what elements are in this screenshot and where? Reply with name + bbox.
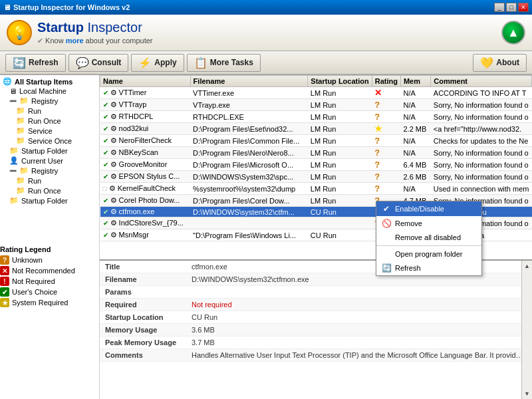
details-row-comments: Comments Handles Alternative User Input … xyxy=(100,349,532,362)
cell-location: CU Run xyxy=(308,207,372,217)
cell-rating: ? xyxy=(372,111,400,123)
cell-comment: Sorry, No information found o xyxy=(431,159,532,171)
cell-filename: D:\WINDOWS\system32\ctfm... xyxy=(190,207,308,217)
cell-location: LM Run xyxy=(308,159,372,171)
memory-label: Memory Usage xyxy=(100,324,186,336)
col-name[interactable]: Name xyxy=(100,76,191,87)
details-panel: Title ctfmon.exe Filename D:\WINDOWS\sys… xyxy=(100,259,532,399)
refresh-button[interactable]: 🔄 Refresh xyxy=(5,54,66,72)
cell-mem: N/A xyxy=(400,147,430,159)
cell-mem: N/A xyxy=(400,111,430,123)
consult-button[interactable]: 💬 Consult xyxy=(68,54,129,72)
sidebar-item-startup-folder2[interactable]: 📁 Startup Folder xyxy=(0,196,99,205)
params-label: Params xyxy=(100,286,186,299)
title-bar-controls: _ □ ✕ xyxy=(494,3,529,12)
details-row-peak: Peak Memory Usage 3.7 MB xyxy=(100,336,532,349)
about-button[interactable]: 💛 About xyxy=(473,54,527,72)
legend-unknown-icon: ? xyxy=(0,255,9,265)
sidebar-item-current-user[interactable]: 👤 Current User xyxy=(0,156,99,166)
cell-filename: D:\Program Files\Eset\nod32... xyxy=(190,123,308,135)
cell-filename: D:\Program Files\Common File... xyxy=(190,135,308,147)
ctx-open-folder[interactable]: Open program folder xyxy=(376,247,481,261)
cell-location: LM Run xyxy=(308,123,372,135)
app-header: 💡 Startup Inspector ✔ Know more about yo… xyxy=(0,15,532,51)
col-comment[interactable]: Comment xyxy=(431,76,532,87)
ctx-remove-all-disabled[interactable]: Remove all disabled xyxy=(376,231,481,244)
table-row[interactable]: □ ⚙ KernelFaultCheck %systemroot%\system… xyxy=(100,183,532,195)
navigation-icon[interactable]: ▲ xyxy=(501,21,525,45)
cell-comment: Sorry, No information found o xyxy=(431,111,532,123)
refresh-icon: 🔄 xyxy=(13,57,26,69)
ctx-enable-disable[interactable]: ✔ Enable/Disable xyxy=(376,201,481,216)
cell-name: ✔ ⚙ VTTrayp xyxy=(100,99,191,111)
table-row[interactable]: ✔ ⚙ VTTimer VTTimer.exe LM Run ✕ N/A ACC… xyxy=(100,87,532,99)
apply-icon: ⚡ xyxy=(138,57,152,69)
col-rating[interactable]: Rating xyxy=(372,76,400,87)
col-mem[interactable]: Mem xyxy=(400,76,430,87)
user-icon: 👤 xyxy=(9,156,19,165)
sidebar-item-registry2[interactable]: ➖ 📁 Registry xyxy=(0,166,99,176)
filename-label: Filename xyxy=(100,273,186,286)
sidebar-item-runonce[interactable]: 📁 Run Once xyxy=(0,116,99,126)
details-scrollbar[interactable]: ▲ ▼ xyxy=(521,261,532,399)
run-folder-icon: 📁 xyxy=(16,106,25,115)
sidebar-item-startup-folder[interactable]: 📁 Startup Folder xyxy=(0,146,99,156)
details-row-memory: Memory Usage 3.6 MB xyxy=(100,324,532,336)
minimize-button[interactable]: _ xyxy=(494,3,505,12)
cell-mem: 2.2 MB xyxy=(400,123,430,135)
sidebar-item-service-once[interactable]: 📁 Service Once xyxy=(0,136,99,146)
cell-name: ✔ ⚙ VTTimer xyxy=(100,87,191,99)
cell-name: ✔ ⚙ GrooveMonitor xyxy=(100,159,191,171)
table-row[interactable]: ✔ ⚙ RTHDCPL RTHDCPL.EXE LM Run ? N/A Sor… xyxy=(100,111,532,123)
col-filename[interactable]: Filename xyxy=(190,76,308,87)
required-label: Required xyxy=(100,299,186,311)
sidebar-item-service[interactable]: 📁 Service xyxy=(0,126,99,136)
sidebar-item-runonce2[interactable]: 📁 Run Once xyxy=(0,186,99,196)
sidebar: 🌐 All Startup Items 🖥 Local Machine ➖ 📁 … xyxy=(0,75,100,399)
details-scroll[interactable]: Title ctfmon.exe Filename D:\WINDOWS\sys… xyxy=(100,261,532,399)
memory-value: 3.6 MB xyxy=(186,324,532,336)
apply-button[interactable]: ⚡ Apply xyxy=(131,54,184,72)
cell-mem: N/A xyxy=(400,99,430,111)
cell-name: ✔ ⚙ nod32kui xyxy=(100,123,191,135)
ctx-remove[interactable]: 🚫 Remove xyxy=(376,216,481,231)
cell-filename: D:\Program Files\Microsoft O... xyxy=(190,159,308,171)
peak-value: 3.7 MB xyxy=(186,336,532,349)
col-startup-location[interactable]: Startup Location xyxy=(308,76,372,87)
cell-filename xyxy=(190,217,308,229)
scrollbar-up-arrow[interactable]: ▲ xyxy=(524,261,530,271)
cell-location: LM Run xyxy=(308,87,372,99)
table-row[interactable]: ✔ ⚙ NeroFilterCheck D:\Program Files\Com… xyxy=(100,135,532,147)
close-button[interactable]: ✕ xyxy=(518,3,529,12)
title-bar: 🖥 Startup Inspector for Windows v2 _ □ ✕ xyxy=(0,0,532,15)
table-row[interactable]: ✔ ⚙ NBKeyScan D:\Program Files\Nero\Nero… xyxy=(100,147,532,159)
sidebar-item-registry[interactable]: ➖ 📁 Registry xyxy=(0,96,99,106)
cell-name: ✔ ⚙ NeroFilterCheck xyxy=(100,135,191,147)
sidebar-item-run2[interactable]: 📁 Run xyxy=(0,176,99,186)
more-tasks-button[interactable]: 📋 More Tasks xyxy=(187,54,261,72)
globe-icon: 🌐 xyxy=(3,77,12,86)
more-tasks-icon: 📋 xyxy=(194,57,207,69)
cell-rating: ★ xyxy=(372,123,400,135)
table-row[interactable]: ✔ ⚙ VTTrayp VTrayp.exe LM Run ? N/A Sorr… xyxy=(100,99,532,111)
logo-icon: 💡 xyxy=(7,20,32,45)
cell-filename: VTrayp.exe xyxy=(190,99,308,111)
ctx-refresh[interactable]: 🔄 Refresh xyxy=(376,261,481,275)
scrollbar-down-arrow[interactable]: ▼ xyxy=(524,388,530,399)
toolbar: 🔄 Refresh 💬 Consult ⚡ Apply 📋 More Tasks… xyxy=(0,51,532,75)
pc-icon: 🖥 xyxy=(9,87,17,95)
cell-comment: Sorry, No information found o xyxy=(431,147,532,159)
cell-comment: Checks for updates to the Ne xyxy=(431,135,532,147)
sidebar-item-all[interactable]: 🌐 All Startup Items xyxy=(0,76,99,86)
sidebar-item-local[interactable]: 🖥 Local Machine xyxy=(0,86,99,96)
params-value xyxy=(186,286,532,299)
cell-mem: N/A xyxy=(400,135,430,147)
legend-not-required-icon: ! xyxy=(0,277,9,286)
table-row[interactable]: ✔ ⚙ EPSON Stylus C... D:\WINDOWS\System3… xyxy=(100,171,532,183)
table-row[interactable]: ✔ ⚙ GrooveMonitor D:\Program Files\Micro… xyxy=(100,159,532,171)
maximize-button[interactable]: □ xyxy=(506,3,517,12)
sidebar-item-run[interactable]: 📁 Run xyxy=(0,106,99,116)
cell-filename: D:\Program Files\Nero\Nero8... xyxy=(190,147,308,159)
app-subtitle: ✔ Know more about your computer xyxy=(37,37,153,45)
table-row[interactable]: ✔ ⚙ nod32kui D:\Program Files\Eset\nod32… xyxy=(100,123,532,135)
